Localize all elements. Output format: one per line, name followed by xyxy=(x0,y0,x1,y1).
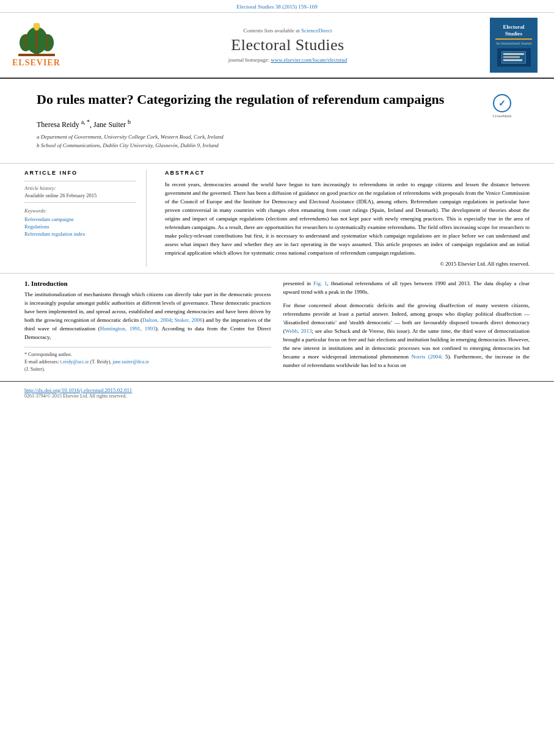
authors-text: Theresa Reidy xyxy=(37,120,81,129)
content-left-column: 1. Introduction The institutionalization… xyxy=(24,280,271,374)
journal-title: Electoral Studies xyxy=(231,36,344,54)
email-suiter[interactable]: jane.suiter@dcu.ie xyxy=(112,359,149,365)
journal-center-header: Contents lists available at ScienceDirec… xyxy=(92,18,484,73)
webb-link[interactable]: Webb, 2013 xyxy=(285,328,312,334)
article-title-section: Do rules matter? Categorizing the regula… xyxy=(0,79,554,163)
fig1-link[interactable]: Fig. 1 xyxy=(313,280,327,286)
history-label: Article history: xyxy=(24,185,136,191)
divider1 xyxy=(24,181,136,181)
citation-text: Electoral Studies 38 (2015) 159–169 xyxy=(236,4,317,10)
section1-label: Introduction xyxy=(31,280,68,287)
main-content: 1. Introduction The institutionalization… xyxy=(0,273,554,380)
intro-paragraph-right-1: presented in Fig. 1, thnational referend… xyxy=(283,280,530,297)
svg-point-8 xyxy=(34,23,40,31)
affiliations: a Department of Government, University C… xyxy=(37,133,517,150)
affiliation-a: a Department of Government, University C… xyxy=(37,133,517,142)
homepage-label: journal homepage: xyxy=(228,57,269,63)
authors-line: Theresa Reidy a, *, Jane Suiter b xyxy=(37,118,517,129)
keyword-3: Referendum regulation index xyxy=(24,231,136,237)
journal-homepage: journal homepage: www.elsevier.com/locat… xyxy=(228,57,347,63)
available-online: Available online 26 February 2015 xyxy=(24,192,136,198)
article-info-heading: ARTICLE INFO xyxy=(24,170,136,176)
footnote-section: * Corresponding author. E-mail addresses… xyxy=(24,347,271,373)
sciencedirect-line: Contents lists available at ScienceDirec… xyxy=(244,27,332,34)
keywords-label: Keywords: xyxy=(24,208,136,214)
elsevier-name: ELSEVIER xyxy=(12,58,60,68)
keyword-2: Regulations xyxy=(24,224,136,230)
article-info-abstract: ARTICLE INFO Article history: Available … xyxy=(0,163,554,273)
journal-header: ELSEVIER Contents lists available at Sci… xyxy=(0,13,554,79)
section1-number: 1. xyxy=(24,280,29,287)
crossmark-label: CrossMark xyxy=(492,114,511,118)
cover-subtitle: An International Journal xyxy=(496,42,532,45)
divider2 xyxy=(24,202,136,203)
doi-url[interactable]: http://dx.doi.org/10.1016/j.electstud.20… xyxy=(24,387,132,393)
cover-title: ElectoralStudies xyxy=(503,24,525,37)
issn-text: 0261-3794/© 2015 Elsevier Ltd. All right… xyxy=(24,393,530,399)
homepage-url[interactable]: www.elsevier.com/locate/electstud xyxy=(271,57,347,63)
journal-cover-area: ElectoralStudies An International Journa… xyxy=(490,18,542,73)
contents-text: Contents lists available at xyxy=(244,27,300,34)
citation-bar: Electoral Studies 38 (2015) 159–169 xyxy=(0,0,554,13)
svg-rect-7 xyxy=(18,54,55,56)
abstract-heading: ABSTRACT xyxy=(165,170,530,176)
email-reidy[interactable]: t.reidy@ucc.ie xyxy=(60,359,89,365)
footnote-emails: E-mail addresses: t.reidy@ucc.ie (T. Rei… xyxy=(24,358,271,366)
intro-paragraph-right-2: For those concerned about democratic def… xyxy=(283,302,530,370)
crossmark-badge[interactable]: ✓ CrossMark xyxy=(487,94,517,118)
crossmark-icon: ✓ xyxy=(493,94,511,112)
elsevier-tree-icon xyxy=(12,23,61,57)
affiliation-b: b School of Communications, Dublin City … xyxy=(37,142,517,150)
dalton-link[interactable]: Dalton, 2004 xyxy=(142,317,171,323)
elsevier-logo: ELSEVIER xyxy=(12,23,61,68)
norris-link[interactable]: Norris (2004 xyxy=(411,354,441,360)
comma-sep: , Jane Suiter xyxy=(90,120,128,129)
doi-section: http://dx.doi.org/10.1016/j.electstud.20… xyxy=(0,381,554,404)
huntington-link[interactable]: Huntington, 1991, 1993 xyxy=(100,325,156,332)
article-title: Do rules matter? Categorizing the regula… xyxy=(37,91,481,109)
stoker-link[interactable]: Stoker, 2006 xyxy=(175,317,203,323)
content-right-column: presented in Fig. 1, thnational referend… xyxy=(283,280,530,374)
sciencedirect-link[interactable]: ScienceDirect xyxy=(301,27,332,34)
abstract-panel: ABSTRACT In recent years, democracies ar… xyxy=(159,170,530,267)
journal-cover-image: ElectoralStudies An International Journa… xyxy=(490,18,538,73)
footnote-corresponding: * Corresponding author. xyxy=(24,351,271,358)
keyword-1: Referendum campaigns xyxy=(24,216,136,222)
footnote-suiter-name: (J. Suiter). xyxy=(24,366,271,373)
abstract-text: In recent years, democracies around the … xyxy=(165,181,530,257)
abstract-copyright: © 2015 Elsevier Ltd. All rights reserved… xyxy=(165,261,530,267)
article-info-panel: ARTICLE INFO Article history: Available … xyxy=(24,170,147,267)
intro-paragraph-1: The institutionalization of mechanisms t… xyxy=(24,291,271,342)
publisher-logo-area: ELSEVIER xyxy=(12,18,86,73)
section1-title: 1. Introduction xyxy=(24,280,271,287)
